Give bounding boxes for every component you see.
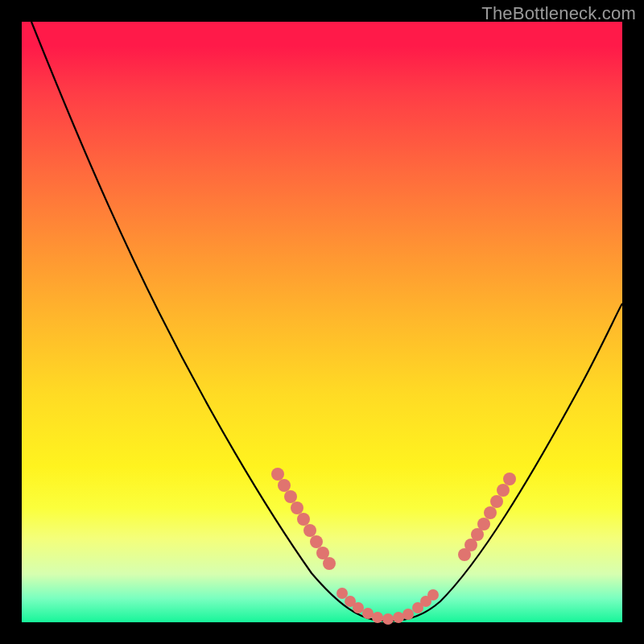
svg-point-4 (297, 513, 310, 526)
svg-point-11 (353, 602, 364, 613)
marker-cluster-left (271, 468, 336, 570)
svg-point-12 (362, 608, 374, 619)
svg-point-0 (271, 468, 284, 481)
svg-point-14 (382, 613, 394, 625)
chart-frame: TheBottleneck.com (0, 0, 644, 644)
svg-point-9 (336, 588, 348, 599)
svg-point-15 (393, 612, 404, 623)
svg-point-25 (490, 495, 503, 508)
svg-point-16 (402, 609, 414, 620)
svg-point-2 (284, 490, 297, 503)
svg-point-24 (484, 506, 497, 519)
marker-cluster-valley (336, 588, 439, 625)
svg-point-3 (291, 502, 303, 514)
svg-point-1 (278, 479, 291, 492)
svg-point-23 (477, 518, 490, 530)
svg-point-19 (427, 589, 439, 601)
watermark-text: TheBottleneck.com (481, 3, 636, 24)
svg-point-6 (310, 535, 323, 548)
svg-point-26 (497, 484, 510, 497)
svg-point-13 (372, 612, 383, 623)
svg-point-8 (323, 557, 336, 570)
bottleneck-curve (22, 22, 622, 622)
svg-point-5 (303, 524, 316, 537)
marker-cluster-right (458, 473, 516, 561)
curve-path (31, 22, 622, 621)
plot-area (22, 22, 622, 622)
svg-point-27 (503, 473, 516, 485)
